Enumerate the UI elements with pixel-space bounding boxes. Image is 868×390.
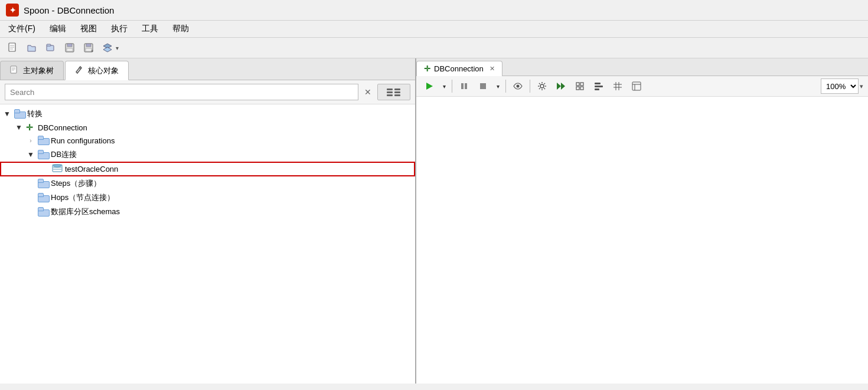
tab-main-tree[interactable]: 主对象树 [0,61,64,80]
svg-rect-43 [580,87,583,90]
extra-btn-2[interactable] [590,78,607,94]
stop-button[interactable] [475,78,491,94]
grid-icon [613,81,622,91]
zoom-select[interactable]: 100% 75% 50% 150% 200% [821,78,859,94]
folder-icon-zhuanhuan [14,109,25,119]
tree-item-schemas[interactable]: 数据库分区schemas [0,205,415,219]
label-testOracleConn: testOracleConn [65,165,118,173]
search-input[interactable] [5,84,358,100]
menu-view[interactable]: 视图 [78,22,99,35]
open-button[interactable] [24,40,40,55]
extra-btn-3[interactable] [609,78,626,94]
gear-icon [537,81,547,91]
svg-marker-39 [561,83,565,90]
menu-run[interactable]: 执行 [109,22,130,35]
right-tab-label: DBConnection [434,64,484,73]
label-schemas: 数据库分区schemas [51,207,120,217]
run-dropdown-button[interactable]: ▾ [440,78,448,94]
svg-rect-23 [387,91,393,93]
svg-rect-35 [480,83,486,89]
toggle-zhuanhuan[interactable]: ▼ [2,109,12,119]
svg-rect-22 [387,89,393,90]
preview-button[interactable] [510,78,526,94]
core-objects-tab-icon [75,65,84,76]
settings-button[interactable] [534,78,550,94]
stop-dropdown-button[interactable]: ▾ [494,78,502,94]
tree-item-steps[interactable]: Steps（步骤） [0,176,415,191]
run-step-icon [556,82,566,90]
main-toolbar: + ▾ [0,38,868,58]
right-tab-icon: ✛ [424,64,430,73]
search-bar: ✕ [0,80,415,104]
menu-bar: 文件(F) 编辑 视图 执行 工具 帮助 [0,21,868,38]
open-db-button[interactable] [43,40,59,55]
toggle-run-configurations[interactable]: › [26,136,35,146]
right-panel: ✛ DBConnection ✕ ▾ [416,58,868,384]
svg-rect-45 [595,86,603,87]
folder-icon-schemas [38,207,48,217]
search-clear-button[interactable]: ✕ [362,86,374,98]
tree-item-hops[interactable]: Hops（节点连接） [0,191,415,205]
svg-rect-25 [394,91,400,93]
main-tree-tab-icon [10,65,19,76]
toggle-db-liangjie[interactable]: ▼ [26,150,35,159]
menu-help[interactable]: 帮助 [170,22,191,35]
layers-button[interactable] [99,40,116,55]
save-as-button[interactable]: + [80,40,97,55]
canvas-area [416,97,868,384]
tree-container: ▼ 转换 ▼ ✛ DBConnection › [0,104,415,384]
svg-rect-41 [580,83,583,86]
svg-rect-42 [576,87,579,90]
svg-marker-38 [557,83,561,90]
svg-text:✦: ✦ [9,6,16,15]
menu-edit[interactable]: 编辑 [47,22,68,35]
run-play-button[interactable] [421,78,438,94]
svg-marker-32 [426,83,433,90]
zoom-control: 100% 75% 50% 150% 200% ▾ [821,78,863,94]
svg-point-36 [517,85,520,88]
tree-item-dbconnection[interactable]: ▼ ✛ DBConnection [0,121,415,134]
extra-btn-4[interactable] [628,78,645,94]
svg-rect-7 [47,44,51,46]
separator-1 [452,80,452,93]
right-tab-close-button[interactable]: ✕ [490,65,495,73]
right-toolbar: ▾ ▾ [416,76,868,97]
svg-rect-10 [67,48,73,51]
stop-icon [479,82,487,90]
label-zhuanhuan: 转换 [27,109,43,119]
separator-2 [505,80,506,93]
stop-dropdown-arrow-icon: ▾ [497,83,500,90]
title-bar: ✦ Spoon - DBConnection [0,0,868,21]
search-options-icon [387,88,401,96]
pause-button[interactable] [456,78,472,94]
align-icon [594,81,603,91]
tab-core-objects[interactable]: 核心对象 [65,61,129,80]
folder-icon-db-liangjie [38,150,48,160]
left-panel: 主对象树 核心对象 ✕ [0,58,416,384]
tree-item-zhuanhuan[interactable]: ▼ 转换 [0,107,415,121]
tree-item-testOracleConn[interactable]: testOracleConn [0,162,415,176]
layers-icon [102,42,113,53]
tab-dbconnection-canvas[interactable]: ✛ DBConnection ✕ [416,61,502,76]
svg-rect-33 [461,83,464,89]
save-icon [64,42,75,53]
svg-point-37 [540,84,544,88]
zoom-dropdown-arrow[interactable]: ▾ [860,83,863,90]
table-icon [632,81,641,91]
menu-file[interactable]: 文件(F) [6,22,38,35]
folder-icon-steps [38,179,48,189]
toggle-dbconnection[interactable]: ▼ [14,123,24,132]
tree-item-run-configurations[interactable]: › Run configurations [0,134,415,148]
tree-item-db-liangjie[interactable]: ▼ DB连接 [0,148,415,162]
search-options-button[interactable] [377,84,410,100]
svg-rect-27 [394,94,400,96]
save-button[interactable] [61,40,78,55]
extra-btn-1[interactable] [572,78,588,94]
svg-rect-51 [632,82,641,90]
run-step-button[interactable] [553,78,569,94]
menu-tools[interactable]: 工具 [139,22,161,35]
svg-rect-34 [465,83,467,89]
new-button[interactable] [5,40,21,55]
layers-dropdown-arrow[interactable]: ▾ [116,45,119,51]
svg-rect-44 [595,83,601,84]
